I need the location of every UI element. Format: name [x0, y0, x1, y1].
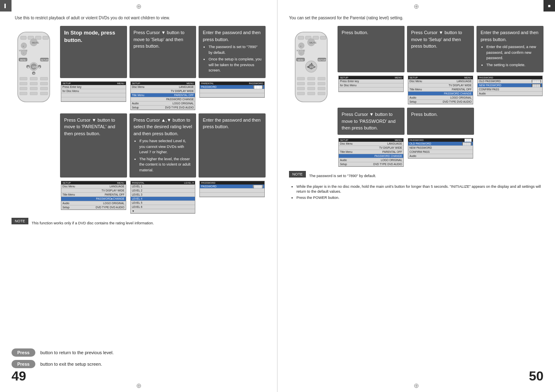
svg-rect-31	[30, 82, 37, 85]
right-note-row: NOTE The password is set to "7890" by de…	[289, 171, 543, 180]
svg-text:ENT: ENT	[310, 66, 315, 68]
bottom-section: Press button to return to the previous l…	[12, 348, 266, 371]
remote-image: + MUTE VOLUME - MENU RETURN ▲	[12, 26, 57, 214]
right-screen5: PASSWORD OLD PASSWORD▓▓▓▓ NEW PASSWORD▓▓…	[476, 75, 543, 105]
page-left: ▌ Use this to restrict playback of adult…	[0, 0, 278, 392]
svg-rect-34	[30, 87, 37, 90]
mini-screen-2: SETUPMENU Disc MenuLANGUAGE TV DISPLAY W…	[130, 81, 196, 110]
svg-text:▼: ▼	[33, 72, 35, 75]
svg-text:MUTE: MUTE	[310, 42, 317, 44]
step4-instruction: Press Cursor ▲,▼ button to select the de…	[130, 113, 197, 178]
step2-instruction: Press Cursor ▼ button to move to 'Setup'…	[130, 26, 197, 78]
right-intro: You can set the password for the Parenta…	[289, 16, 543, 20]
svg-rect-29	[40, 77, 48, 80]
svg-rect-69	[308, 87, 315, 90]
right-step4-instruction: Press button.	[407, 108, 474, 135]
press-exit-row: Press button to exit the setup screen.	[12, 360, 266, 368]
right-step5-instruction: Enter the password and then press button…	[476, 26, 543, 72]
right-screen4: PASSWORD████ OLD PASSWORD▓▓▓▓ NEW PASSWO…	[407, 137, 474, 168]
step5-right-instruction: Enter the password and then press button…	[199, 26, 266, 78]
press-return-btn[interactable]: Press	[12, 348, 35, 357]
svg-text:◀: ◀	[27, 66, 29, 68]
svg-rect-65	[297, 82, 305, 85]
svg-text:MUTE: MUTE	[32, 42, 39, 44]
screen2: SETUPMENU Disc MenuLANGUAGE TV DISPLAY W…	[130, 81, 197, 111]
svg-rect-4	[43, 36, 49, 39]
right-step3-instruction: Press Cursor ▼ button to move to 'PASSWO…	[338, 108, 405, 135]
crosshair-bottom-right: ⊕	[414, 382, 419, 390]
svg-point-10	[21, 50, 27, 55]
svg-rect-73	[318, 92, 325, 95]
svg-rect-3	[35, 36, 41, 39]
note-row: NOTE This function works only if a DVD d…	[12, 218, 266, 227]
svg-rect-72	[308, 92, 315, 95]
svg-rect-27	[20, 77, 27, 80]
screen1: SETUPMENU Press Enter key for Disc Menu	[60, 81, 127, 111]
svg-point-49	[298, 50, 304, 55]
press-return-text: button to return to the previous level.	[40, 350, 114, 355]
press-return-row: Press button to return to the previous l…	[12, 348, 266, 357]
crosshair-top-right: ⊕	[414, 2, 419, 10]
page-number-right: 50	[529, 369, 543, 384]
svg-text:-: -	[301, 52, 301, 54]
svg-rect-63	[308, 77, 315, 80]
svg-rect-38	[40, 92, 48, 95]
mini-screen-4: PARENTALLEVEL 8 LEVEL 1 LEVEL 2 LEVEL 3 …	[130, 181, 196, 214]
svg-text:+: +	[23, 45, 24, 47]
step1-instruction: In Stop mode, press button.	[60, 26, 127, 78]
svg-rect-70	[318, 87, 325, 90]
svg-rect-71	[297, 92, 305, 95]
left-note: This function works only if a DVD disc c…	[32, 221, 154, 226]
right-note-stripe: NOTE	[289, 171, 306, 178]
mini-screen-3: SETUPMENU Disc MenuLANGUAGE TV DISPLAY W…	[61, 181, 126, 210]
right-step3-text: Press Cursor ▼ button to move to 'PASSWO…	[342, 112, 395, 130]
svg-text:MENU: MENU	[20, 59, 26, 61]
svg-rect-35	[40, 87, 48, 90]
page-right: ■ You can set the password for the Paren…	[278, 0, 555, 392]
press-exit-btn[interactable]: Press	[12, 360, 35, 368]
right-step5c	[476, 108, 543, 135]
right-screen1: SETUPMENU Press Enter key for Disc Menu	[338, 75, 405, 105]
svg-text:ENT: ENT	[32, 66, 37, 68]
crosshair-bottom-left: ⊕	[136, 382, 141, 390]
right-screen2: SETUPMENU Disc MenuLANGUAGE TV DISPLAY W…	[407, 75, 474, 105]
screen5b: PASSWORD PASSWORD▓▓▓▓	[199, 180, 266, 214]
svg-rect-62	[297, 77, 305, 80]
svg-rect-30	[20, 82, 27, 85]
screen3: SETUPMENU Disc MenuLANGUAGE TV DISPLAY W…	[60, 180, 127, 214]
svg-rect-32	[40, 82, 48, 85]
press-exit-text: button to exit the setup screen.	[40, 362, 102, 367]
svg-rect-40	[298, 36, 304, 39]
mini-screen-5b: PASSWORD PASSWORD▓▓▓▓	[199, 181, 265, 197]
svg-rect-1	[21, 36, 26, 39]
footer-bullet-1: While the player is in the no disc mode,…	[296, 184, 542, 194]
svg-rect-64	[318, 77, 325, 80]
right-step2-instruction: Press Cursor ▼ button to move to 'Setup'…	[407, 26, 474, 72]
step3-instruction: Press Cursor ▼ button to move to 'PARENT…	[60, 113, 127, 178]
right-step5-text: Enter the password and then press button…	[481, 30, 539, 42]
svg-rect-68	[297, 87, 305, 90]
svg-rect-36	[20, 92, 27, 95]
right-step4-text: Press button.	[411, 112, 438, 117]
right-note: The password is set to "7890" by default…	[309, 173, 376, 179]
svg-rect-33	[20, 87, 27, 90]
right-step1-instruction: Press button.	[338, 26, 405, 72]
footer-bullet-2: Press the POWER button.	[296, 195, 542, 201]
crosshair-top-left: ⊕	[136, 2, 141, 10]
page-number-left: 49	[12, 369, 26, 384]
left-corner: ▌	[0, 0, 12, 12]
screen4: PARENTALLEVEL 8 LEVEL 1 LEVEL 2 LEVEL 3 …	[130, 180, 197, 214]
page-container: ▌ Use this to restrict playback of adult…	[0, 0, 555, 392]
svg-rect-37	[30, 92, 37, 95]
right-screen3: SETUPMENU Disc MenuLANGUAGE TV DISPLAY W…	[338, 137, 405, 168]
right-step2-text: Press Cursor ▼ button to move to 'Setup'…	[411, 30, 462, 48]
right-step1-text: Press button.	[342, 30, 368, 35]
svg-text:+: +	[300, 45, 302, 47]
screen5: PARENTALPASSWORD PASSWORD████	[199, 81, 266, 111]
svg-rect-28	[30, 77, 37, 80]
svg-text:-: -	[23, 52, 24, 54]
right-step5-bullets: Enter the old password, a new password, …	[481, 44, 539, 68]
svg-text:RETURN: RETURN	[41, 59, 49, 61]
svg-rect-67	[318, 82, 325, 85]
svg-rect-43	[320, 36, 326, 39]
